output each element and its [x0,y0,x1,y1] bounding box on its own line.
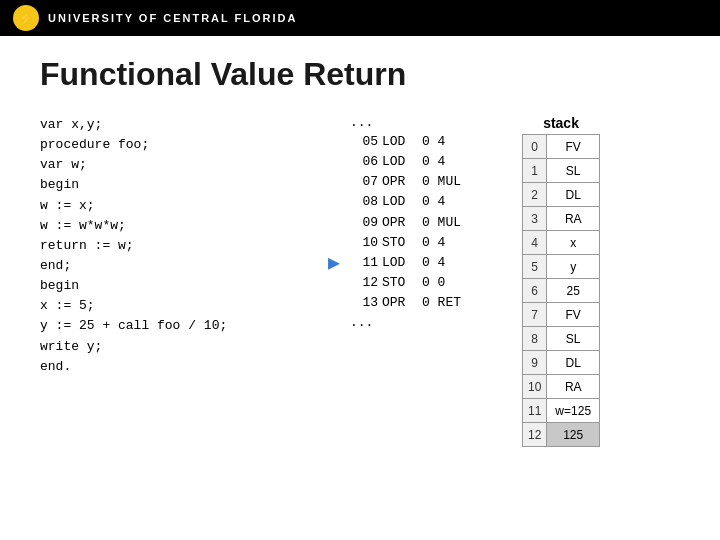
asm-line-number: 11 [350,253,378,273]
stack-value: RA [547,375,600,399]
stack-area: stack 0FV1SL2DL3RA4x5y6257FV8SL9DL10RA11… [522,115,600,447]
assembly-row: 09OPR0 MUL [350,213,482,233]
asm-args: 0 MUL [422,213,482,233]
stack-row: 7FV [523,303,600,327]
stack-index: 9 [523,351,547,375]
stack-row: 0FV [523,135,600,159]
stack-index: 7 [523,303,547,327]
stack-row: 10RA [523,375,600,399]
stack-value: SL [547,159,600,183]
asm-opcode: LOD [382,192,418,212]
stack-index: 6 [523,279,547,303]
stack-index: 4 [523,231,547,255]
stack-row: 625 [523,279,600,303]
stack-table: 0FV1SL2DL3RA4x5y6257FV8SL9DL10RA11w=1251… [522,134,600,447]
asm-line-number: 09 [350,213,378,233]
stack-row: 3RA [523,207,600,231]
main-content: Functional Value Return var x,y;procedur… [0,36,720,457]
assembly-dots-bottom: ... [350,315,482,330]
stack-value: w=125 [547,399,600,423]
stack-row: 8SL [523,327,600,351]
assembly-row: 13OPR0 RET [350,293,482,313]
stack-value: DL [547,351,600,375]
stack-index: 11 [523,399,547,423]
stack-value: FV [547,303,600,327]
asm-args: 0 0 [422,273,482,293]
stack-index: 2 [523,183,547,207]
assembly-row: 10STO0 4 [350,233,482,253]
stack-value: FV [547,135,600,159]
content-area: var x,y;procedure foo; var w; begin w :=… [40,115,680,447]
assembly-row: ▶11LOD0 4 [350,253,482,273]
stack-value: 25 [547,279,600,303]
stack-label: stack [522,115,600,131]
stack-index: 5 [523,255,547,279]
assembly-area: ... 05LOD0 406LOD0 407OPR0 MUL08LOD0 409… [350,115,482,330]
stack-row: 12125 [523,423,600,447]
stack-value: y [547,255,600,279]
stack-index: 10 [523,375,547,399]
asm-args: 0 4 [422,233,482,253]
stack-row: 2DL [523,183,600,207]
stack-row: 5y [523,255,600,279]
asm-opcode: STO [382,233,418,253]
ucf-logo: ⚡ University of Central Florida [12,4,298,32]
stack-value: SL [547,327,600,351]
asm-line-number: 07 [350,172,378,192]
svg-text:⚡: ⚡ [18,10,35,27]
stack-index: 8 [523,327,547,351]
asm-line-number: 13 [350,293,378,313]
asm-opcode: OPR [382,293,418,313]
asm-opcode: STO [382,273,418,293]
stack-value: DL [547,183,600,207]
assembly-row: 08LOD0 4 [350,192,482,212]
stack-row: 11w=125 [523,399,600,423]
asm-args: 0 4 [422,152,482,172]
asm-args: 0 MUL [422,172,482,192]
asm-args: 0 4 [422,192,482,212]
code-line: procedure foo; [40,135,320,155]
page-title: Functional Value Return [40,56,680,93]
asm-args: 0 RET [422,293,482,313]
asm-line-number: 10 [350,233,378,253]
stack-index: 1 [523,159,547,183]
stack-value: 125 [547,423,600,447]
code-line: end. [40,357,320,377]
code-line: write y; [40,337,320,357]
asm-args: 0 4 [422,132,482,152]
asm-args: 0 4 [422,253,482,273]
code-line: var x,y; [40,115,320,135]
header-bar: ⚡ University of Central Florida [0,0,720,36]
assembly-row: 12STO0 0 [350,273,482,293]
assembly-dots-top: ... [350,115,482,130]
stack-row: 1SL [523,159,600,183]
assembly-row: 06LOD0 4 [350,152,482,172]
ucf-emblem-icon: ⚡ [12,4,40,32]
asm-opcode: LOD [382,152,418,172]
asm-line-number: 08 [350,192,378,212]
asm-line-number: 05 [350,132,378,152]
asm-opcode: LOD [382,132,418,152]
code-line: begin [40,175,320,195]
assembly-row: 05LOD0 4 [350,132,482,152]
stack-value: RA [547,207,600,231]
stack-value: x [547,231,600,255]
code-line: end; [40,256,320,276]
code-line: y := 25 + call foo / 10; [40,316,320,336]
arrow-indicator-icon: ▶ [328,247,340,278]
stack-index: 12 [523,423,547,447]
stack-index: 0 [523,135,547,159]
university-name: University of Central Florida [48,12,298,24]
asm-line-number: 12 [350,273,378,293]
code-block: var x,y;procedure foo; var w; begin w :=… [40,115,320,377]
asm-line-number: 06 [350,152,378,172]
code-line: return := w; [40,236,320,256]
code-line: begin [40,276,320,296]
assembly-row: 07OPR0 MUL [350,172,482,192]
stack-row: 9DL [523,351,600,375]
code-line: w := x; [40,196,320,216]
code-line: x := 5; [40,296,320,316]
asm-opcode: LOD [382,253,418,273]
code-line: w := w*w*w; [40,216,320,236]
asm-opcode: OPR [382,213,418,233]
